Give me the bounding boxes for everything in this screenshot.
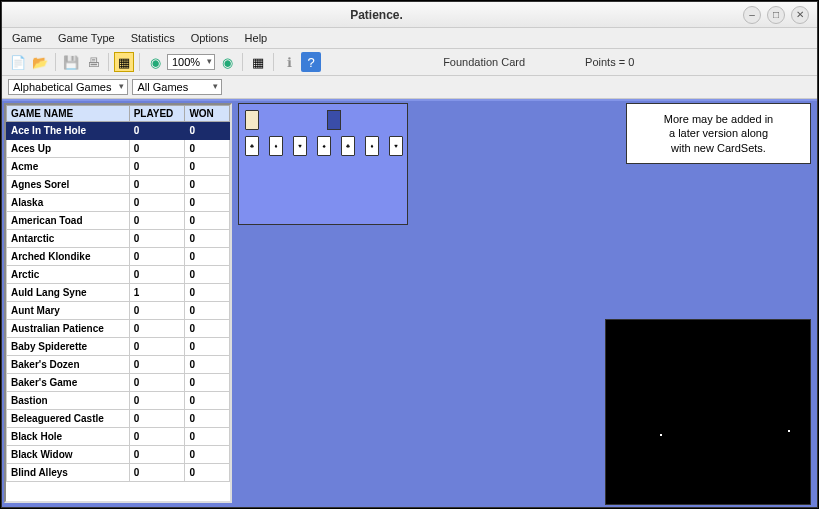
preview-card: ♣ — [341, 136, 355, 156]
print-icon[interactable]: 🖶 — [83, 52, 103, 72]
preview-card: ♥ — [389, 136, 403, 156]
preview-card: ♣ — [245, 136, 259, 156]
window-title: Patience. — [10, 8, 743, 22]
cell-played: 0 — [129, 158, 185, 176]
new-icon[interactable]: 📄 — [8, 52, 28, 72]
table-row[interactable]: Black Widow00 — [7, 446, 230, 464]
filter-bar: Alphabetical Games All Games — [2, 76, 817, 99]
cell-won: 0 — [185, 266, 230, 284]
cell-played: 0 — [129, 356, 185, 374]
cell-played: 0 — [129, 302, 185, 320]
foundation-label: Foundation Card — [443, 56, 525, 68]
table-row[interactable]: Alaska00 — [7, 194, 230, 212]
cell-name: Arctic — [7, 266, 130, 284]
table-row[interactable]: Australian Patience00 — [7, 320, 230, 338]
cell-name: Baby Spiderette — [7, 338, 130, 356]
calendar-icon[interactable]: ▦ — [248, 52, 268, 72]
cell-name: Blind Alleys — [7, 464, 130, 482]
zoom-select[interactable]: 100% — [167, 54, 215, 70]
dot — [788, 430, 790, 432]
cell-played: 0 — [129, 266, 185, 284]
menu-game[interactable]: Game — [10, 30, 44, 46]
table-row[interactable]: Baby Spiderette00 — [7, 338, 230, 356]
cell-won: 0 — [185, 248, 230, 266]
cell-won: 0 — [185, 374, 230, 392]
cell-played: 0 — [129, 392, 185, 410]
zoom-out-icon[interactable]: ◉ — [145, 52, 165, 72]
close-button[interactable]: ✕ — [791, 6, 809, 24]
points-label: Points = 0 — [585, 56, 634, 68]
minimize-button[interactable]: – — [743, 6, 761, 24]
cell-won: 0 — [185, 122, 230, 140]
table-row[interactable]: Auld Lang Syne10 — [7, 284, 230, 302]
cell-played: 0 — [129, 446, 185, 464]
sort-select[interactable]: Alphabetical Games — [8, 79, 128, 95]
cell-played: 0 — [129, 194, 185, 212]
separator — [139, 53, 140, 71]
info-line: a later version along — [641, 126, 796, 140]
menu-help[interactable]: Help — [243, 30, 270, 46]
open-icon[interactable]: 📂 — [30, 52, 50, 72]
table-row[interactable]: Aces Up00 — [7, 140, 230, 158]
table-row[interactable]: Ace In The Hole00 — [7, 122, 230, 140]
info-line: with new CardSets. — [641, 141, 796, 155]
zoom-in-icon[interactable]: ◉ — [217, 52, 237, 72]
content-area: GAME NAME PLAYED WON Ace In The Hole00Ac… — [2, 99, 817, 507]
games-table-wrap[interactable]: GAME NAME PLAYED WON Ace In The Hole00Ac… — [4, 103, 232, 503]
cell-name: Aces Up — [7, 140, 130, 158]
black-panel — [605, 319, 811, 505]
menu-game-type[interactable]: Game Type — [56, 30, 117, 46]
toolbar: 📄 📂 💾 🖶 ▦ ◉ 100% ◉ ▦ ℹ ? Foundation Card… — [2, 49, 817, 76]
cell-played: 1 — [129, 284, 185, 302]
cell-name: Black Hole — [7, 428, 130, 446]
cell-won: 0 — [185, 302, 230, 320]
separator — [108, 53, 109, 71]
table-row[interactable]: Antarctic00 — [7, 230, 230, 248]
cell-name: Aunt Mary — [7, 302, 130, 320]
col-played[interactable]: PLAYED — [129, 106, 185, 122]
preview-card: ♦ — [365, 136, 379, 156]
cell-played: 0 — [129, 230, 185, 248]
table-row[interactable]: Arctic00 — [7, 266, 230, 284]
table-row[interactable]: Bastion00 — [7, 392, 230, 410]
titlebar: Patience. – □ ✕ — [2, 2, 817, 28]
cell-played: 0 — [129, 122, 185, 140]
table-row[interactable]: Aunt Mary00 — [7, 302, 230, 320]
cell-name: Ace In The Hole — [7, 122, 130, 140]
cell-won: 0 — [185, 140, 230, 158]
cell-played: 0 — [129, 464, 185, 482]
cell-name: Arched Klondike — [7, 248, 130, 266]
table-row[interactable]: Baker's Dozen00 — [7, 356, 230, 374]
table-row[interactable]: Beleaguered Castle00 — [7, 410, 230, 428]
cell-won: 0 — [185, 320, 230, 338]
app-window: Patience. – □ ✕ Game Game Type Statistic… — [1, 1, 818, 508]
separator — [273, 53, 274, 71]
cell-played: 0 — [129, 176, 185, 194]
cell-won: 0 — [185, 410, 230, 428]
preview-card: ♦ — [269, 136, 283, 156]
col-won[interactable]: WON — [185, 106, 230, 122]
table-row[interactable]: Baker's Game00 — [7, 374, 230, 392]
separator — [242, 53, 243, 71]
cell-name: Baker's Dozen — [7, 356, 130, 374]
info-icon[interactable]: ℹ — [279, 52, 299, 72]
info-box: More may be added in a later version alo… — [626, 103, 811, 164]
table-row[interactable]: American Toad00 — [7, 212, 230, 230]
list-icon[interactable]: ▦ — [114, 52, 134, 72]
cell-name: Acme — [7, 158, 130, 176]
cell-name: Australian Patience — [7, 320, 130, 338]
table-row[interactable]: Arched Klondike00 — [7, 248, 230, 266]
menu-statistics[interactable]: Statistics — [129, 30, 177, 46]
menu-options[interactable]: Options — [189, 30, 231, 46]
game-preview: ♣ ♦ ♥ ♠ ♣ ♦ ♥ — [238, 103, 408, 225]
help-icon[interactable]: ? — [301, 52, 321, 72]
cell-name: Baker's Game — [7, 374, 130, 392]
maximize-button[interactable]: □ — [767, 6, 785, 24]
table-row[interactable]: Acme00 — [7, 158, 230, 176]
table-row[interactable]: Agnes Sorel00 — [7, 176, 230, 194]
filter-select[interactable]: All Games — [132, 79, 222, 95]
table-row[interactable]: Blind Alleys00 — [7, 464, 230, 482]
col-name[interactable]: GAME NAME — [7, 106, 130, 122]
table-row[interactable]: Black Hole00 — [7, 428, 230, 446]
save-icon[interactable]: 💾 — [61, 52, 81, 72]
